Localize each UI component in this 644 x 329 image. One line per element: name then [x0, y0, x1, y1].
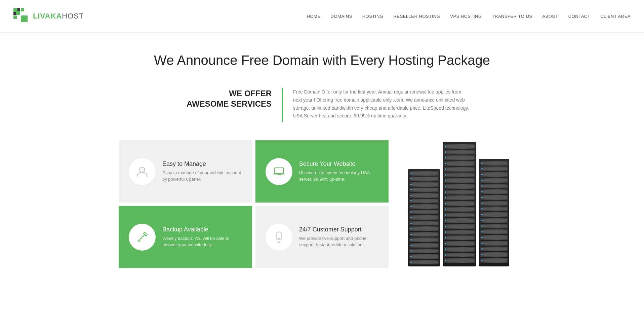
- rack-unit: [480, 224, 508, 228]
- nav-home[interactable]: HOME: [307, 14, 321, 19]
- rack-unit: [480, 247, 508, 251]
- rack-unit: [409, 221, 439, 226]
- rack-unit: [409, 254, 439, 259]
- rack-unit: [480, 207, 508, 211]
- feature-support-icon-wrap: [266, 224, 292, 251]
- server-rack-1: [408, 169, 440, 266]
- rack-unit: [444, 218, 475, 223]
- rack-unit: [409, 204, 439, 209]
- svg-line-10: [139, 234, 145, 240]
- rack-unit: [480, 184, 508, 188]
- nav-vps-hosting[interactable]: VPS HOSTING: [450, 14, 482, 19]
- offer-left: WE OFFERAWESOME SERVICES: [174, 88, 282, 109]
- svg-rect-2: [13, 15, 17, 19]
- rack-unit: [444, 195, 475, 200]
- rack-unit: [409, 215, 439, 220]
- rack-unit: [480, 172, 508, 177]
- rack-unit: [444, 253, 475, 257]
- svg-point-16: [278, 242, 280, 243]
- rack-unit: [480, 212, 508, 217]
- feature-easy-manage: Easy to Manage Easy to manage of your we…: [119, 140, 252, 203]
- laptop-icon: [273, 165, 285, 178]
- feature-backup-title: Backup Available: [162, 226, 242, 233]
- feature-backup: Backup Available Weekly backup. You will…: [119, 206, 252, 268]
- rack-unit: [480, 189, 508, 194]
- rack-unit: [409, 226, 439, 231]
- logo-icon: [13, 8, 30, 24]
- feature-secure-title: Secure Your Website: [299, 160, 379, 168]
- rack-unit: [480, 252, 508, 257]
- feature-support-title: 24/7 Customer Support: [299, 226, 379, 233]
- svg-rect-1: [21, 8, 24, 11]
- rack-unit: [444, 161, 475, 166]
- features-grid: Easy to Manage Easy to manage of your we…: [104, 139, 540, 270]
- svg-rect-4: [17, 8, 20, 11]
- svg-rect-7: [274, 168, 283, 173]
- rack-unit: [480, 195, 508, 200]
- server-image-cell: [390, 139, 527, 270]
- phone-icon: [273, 231, 285, 244]
- pencil-icon: [136, 231, 149, 244]
- feature-easy-manage-icon-wrap: [129, 158, 156, 185]
- offer-heading: WE OFFERAWESOME SERVICES: [174, 88, 272, 109]
- svg-rect-3: [21, 15, 28, 22]
- rack-unit: [409, 182, 439, 187]
- rack-unit: [444, 184, 475, 189]
- rack-unit: [409, 237, 439, 242]
- rack-unit: [409, 232, 439, 237]
- user-icon: [136, 165, 149, 178]
- rack-unit: [444, 150, 475, 154]
- rack-unit: [480, 235, 508, 240]
- svg-rect-5: [13, 12, 16, 15]
- rack-unit: [444, 190, 475, 194]
- logo[interactable]: LIVAKAHOST: [13, 8, 84, 24]
- rack-unit: [444, 144, 475, 149]
- server-rack-image: [408, 142, 509, 266]
- rack-unit: [409, 249, 439, 253]
- rack-unit: [480, 218, 508, 223]
- offer-section: WE OFFERAWESOME SERVICES Free Domain Off…: [161, 88, 483, 122]
- nav-hosting[interactable]: HOSTING: [362, 14, 384, 19]
- hero-headline: We Announce Free Domain with Every Hosti…: [13, 53, 631, 68]
- feature-easy-manage-desc: Easy to manage of your website account b…: [162, 170, 242, 183]
- nav-domains[interactable]: DOMAINS: [331, 14, 352, 19]
- nav-contact[interactable]: CONTACT: [568, 14, 590, 19]
- rack-unit: [480, 161, 508, 166]
- rack-unit: [480, 167, 508, 171]
- rack-unit: [409, 177, 439, 181]
- rack-unit: [480, 258, 508, 263]
- svg-point-6: [139, 167, 145, 172]
- rack-unit: [480, 229, 508, 234]
- nav-client-area[interactable]: CLIENT AREA: [600, 14, 631, 19]
- feature-easy-manage-content: Easy to Manage Easy to manage of your we…: [162, 160, 242, 183]
- nav-about[interactable]: ABOUT: [542, 14, 558, 19]
- server-rack-3: [479, 159, 509, 266]
- nav-reseller-hosting[interactable]: RESELLER HOSTING: [393, 14, 440, 19]
- feature-support-desc: We provide live support and phone suppor…: [299, 235, 379, 248]
- rack-unit: [480, 178, 508, 183]
- feature-backup-desc: Weekly backup. You will be able to recov…: [162, 235, 242, 248]
- rack-unit: [444, 230, 475, 234]
- feature-secure-website: Secure Your Website Hi secure lite speed…: [255, 140, 389, 203]
- nav-transfer-to-us[interactable]: TRANSFER TO US: [492, 14, 532, 19]
- rack-unit: [409, 243, 439, 248]
- feature-support: 24/7 Customer Support We provide live su…: [255, 206, 389, 268]
- site-header: LIVAKAHOST HOME DOMAINS HOSTING RESELLER…: [0, 0, 644, 33]
- feature-secure-desc: Hi secure lite speed technology USA serv…: [299, 170, 379, 183]
- rack-unit: [444, 207, 475, 212]
- rack-unit: [444, 178, 475, 183]
- feature-backup-icon-wrap: [129, 224, 156, 251]
- rack-unit: [444, 201, 475, 206]
- rack-unit: [409, 210, 439, 215]
- logo-text: LIVAKAHOST: [33, 12, 84, 21]
- feature-secure-icon-wrap: [266, 158, 292, 185]
- rack-unit: [444, 224, 475, 229]
- offer-description: Free Domain Offer only for the first yea…: [283, 88, 470, 120]
- rack-unit: [409, 171, 439, 176]
- rack-unit: [480, 201, 508, 206]
- feature-secure-content: Secure Your Website Hi secure lite speed…: [299, 160, 379, 183]
- rack-unit: [409, 199, 439, 204]
- feature-easy-manage-title: Easy to Manage: [162, 160, 242, 168]
- hero-section: We Announce Free Domain with Every Hosti…: [0, 33, 644, 81]
- rack-unit: [409, 193, 439, 198]
